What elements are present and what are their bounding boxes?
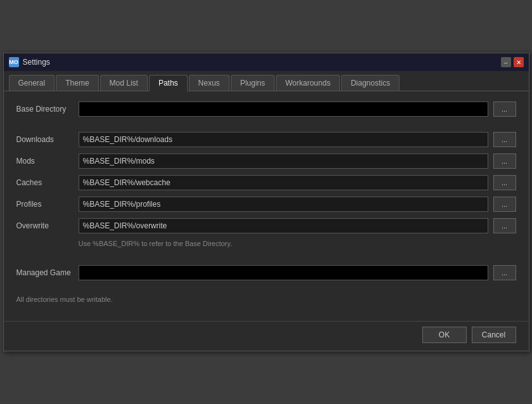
downloads-browse[interactable]: ... [493, 132, 516, 147]
tab-nexus[interactable]: Nexus [189, 75, 230, 91]
downloads-row: Downloads ... [16, 132, 516, 147]
overwrite-label: Overwrite [16, 221, 74, 230]
tab-diagnostics[interactable]: Diagnostics [341, 75, 399, 91]
footer-buttons: OK Cancel [4, 321, 529, 351]
managed-game-browse[interactable]: ... [493, 265, 516, 280]
app-icon: MO [9, 57, 19, 67]
base-directory-input[interactable] [79, 101, 488, 117]
managed-game-section: Managed Game ... [16, 265, 516, 287]
overwrite-input[interactable] [79, 218, 488, 233]
managed-game-row: Managed Game ... [16, 265, 516, 280]
overwrite-browse[interactable]: ... [493, 218, 516, 233]
base-dir-hint: Use %BASE_DIR% to refer to the Base Dire… [79, 240, 516, 247]
footer-hint: All directories must be writable. [16, 296, 516, 303]
mods-row: Mods ... [16, 153, 516, 169]
path-fields-section: Downloads ... Mods ... Caches ... Profil… [16, 132, 516, 256]
managed-game-input[interactable] [79, 265, 488, 280]
base-directory-label: Base Directory [16, 105, 74, 114]
profiles-browse[interactable]: ... [493, 197, 516, 212]
minimize-button[interactable]: – [501, 57, 511, 67]
tab-mod-list[interactable]: Mod List [100, 75, 148, 91]
window-controls: – ✕ [501, 57, 524, 67]
downloads-input[interactable] [79, 132, 488, 147]
cancel-button[interactable]: Cancel [472, 327, 516, 343]
tab-theme[interactable]: Theme [56, 75, 98, 91]
ok-button[interactable]: OK [422, 327, 467, 343]
base-directory-row: Base Directory ... [16, 101, 516, 117]
profiles-row: Profiles ... [16, 197, 516, 212]
base-directory-section: Base Directory ... [16, 101, 516, 123]
title-bar: MO Settings – ✕ [4, 53, 529, 71]
caches-browse[interactable]: ... [493, 175, 516, 190]
managed-game-label: Managed Game [16, 268, 74, 277]
profiles-input[interactable] [79, 197, 488, 212]
overwrite-row: Overwrite ... [16, 218, 516, 233]
base-directory-browse[interactable]: ... [493, 101, 516, 117]
title-bar-left: MO Settings [9, 57, 50, 67]
tab-bar: General Theme Mod List Paths Nexus Plugi… [4, 71, 529, 91]
caches-input[interactable] [79, 175, 488, 190]
mods-input[interactable] [79, 153, 488, 169]
settings-window: MO Settings – ✕ General Theme Mod List P… [3, 53, 529, 351]
mods-label: Mods [16, 157, 74, 166]
mods-browse[interactable]: ... [493, 153, 516, 169]
downloads-label: Downloads [16, 135, 74, 144]
caches-row: Caches ... [16, 175, 516, 190]
content-area: Base Directory ... Downloads ... Mods ..… [4, 91, 529, 321]
close-button[interactable]: ✕ [514, 57, 524, 67]
caches-label: Caches [16, 178, 74, 187]
tab-workarounds[interactable]: Workarounds [276, 75, 340, 91]
profiles-label: Profiles [16, 200, 74, 209]
tab-general[interactable]: General [9, 75, 55, 91]
window-title: Settings [23, 58, 50, 67]
tab-paths[interactable]: Paths [149, 75, 188, 91]
tab-plugins[interactable]: Plugins [231, 75, 275, 91]
